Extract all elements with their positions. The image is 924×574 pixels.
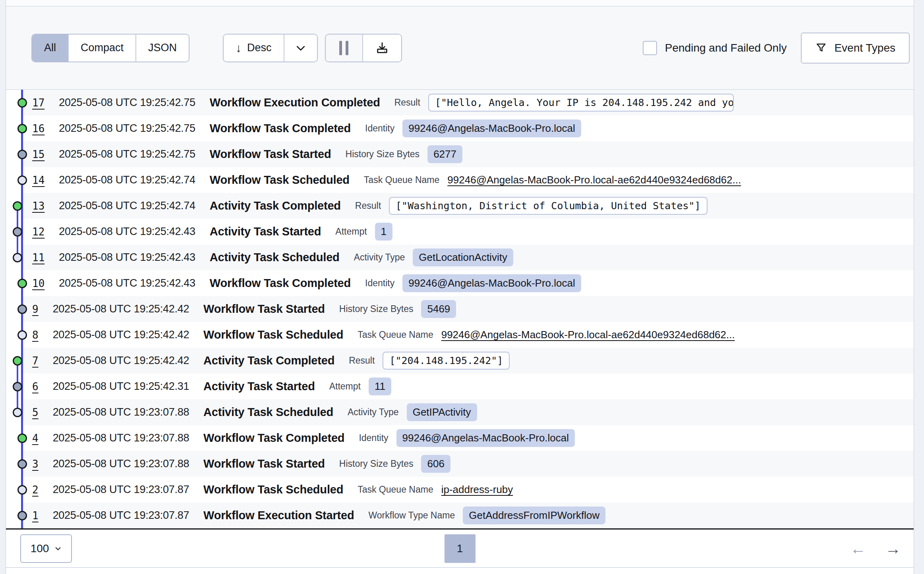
event-attribute: Task Queue Name99246@Angelas-MacBook-Pro… [358,329,735,341]
event-attribute: History Size Bytes6277 [346,145,462,163]
event-attribute-label: Result [394,97,420,108]
event-id-link[interactable]: 11 [32,252,44,264]
event-type-title: Workflow Task Started [203,457,325,470]
event-status-dot-gray [17,511,27,520]
view-mode-json[interactable]: JSON [136,35,189,62]
event-id-link[interactable]: 10 [32,277,44,289]
page-size-select[interactable]: 100 [20,534,72,563]
event-status-dot-gray [17,304,27,314]
task-queue-link[interactable]: ip-address-ruby [441,483,513,496]
event-id-link[interactable]: 13 [32,200,44,212]
event-id-link[interactable]: 5 [32,406,39,418]
event-timestamp: 2025-05-08 UTC 19:25:42.43 [59,251,195,264]
toolbar-right-cluster: Pending and Failed Only Event Types [643,33,911,64]
event-attribute-label: Result [349,355,375,366]
event-result-codebox: ["Washington, District of Columbia, Unit… [389,197,707,215]
view-mode-compact[interactable]: Compact [69,35,136,62]
event-type-title: Activity Task Scheduled [210,251,340,264]
event-attribute: Result["Washington, District of Columbia… [355,197,707,215]
event-row: 52025-05-08 UTC 19:23:07.88Activity Task… [6,399,914,425]
event-timestamp: 2025-05-08 UTC 19:23:07.88 [53,406,189,418]
event-row: 82025-05-08 UTC 19:25:42.42Workflow Task… [6,322,914,348]
download-history-button[interactable] [363,35,401,62]
event-row-content: 82025-05-08 UTC 19:25:42.42Workflow Task… [32,328,735,341]
event-timestamp: 2025-05-08 UTC 19:25:42.75 [59,96,195,109]
event-status-dot-light [13,253,22,262]
event-attribute: Activity TypeGetIPActivity [348,403,477,421]
event-type-title: Workflow Execution Started [203,509,354,522]
event-type-title: Activity Task Started [203,380,315,393]
event-types-filter-button[interactable]: Event Types [801,33,910,64]
event-timestamp: 2025-05-08 UTC 19:25:42.42 [53,354,189,367]
event-attribute: History Size Bytes606 [339,455,450,473]
event-row-content: 132025-05-08 UTC 19:25:42.74Activity Tas… [32,197,707,215]
event-row-content: 42025-05-08 UTC 19:23:07.88Workflow Task… [32,429,575,447]
event-row: 132025-05-08 UTC 19:25:42.74Activity Tas… [6,193,914,219]
event-row: 142025-05-08 UTC 19:25:42.74Workflow Tas… [6,167,914,193]
pending-failed-label: Pending and Failed Only [665,42,787,54]
event-attribute-label: Identity [365,278,394,289]
download-icon [375,41,389,55]
event-row: 62025-05-08 UTC 19:25:42.31Activity Task… [6,374,914,399]
event-row-content: 22025-05-08 UTC 19:23:07.87Workflow Task… [32,483,513,496]
event-id-link[interactable]: 16 [32,123,44,135]
event-id-link[interactable]: 2 [32,484,39,496]
task-queue-link[interactable]: 99246@Angelas-MacBook-Pro.local-ae62d440… [441,329,735,341]
event-id-link[interactable]: 3 [32,458,39,470]
event-row: 72025-05-08 UTC 19:25:42.42Activity Task… [6,348,914,374]
sort-order-dropdown-button[interactable] [284,35,317,62]
event-id-link[interactable]: 17 [32,97,44,109]
event-id-link[interactable]: 15 [32,148,44,160]
event-row: 32025-05-08 UTC 19:23:07.88Workflow Task… [6,451,914,477]
event-id-link[interactable]: 8 [32,329,39,341]
current-page-indicator[interactable]: 1 [445,534,476,563]
event-timestamp: 2025-05-08 UTC 19:23:07.87 [53,483,189,496]
chevron-down-icon [295,42,307,54]
event-attribute: Attempt1 [335,223,392,241]
event-row: 22025-05-08 UTC 19:23:07.87Workflow Task… [6,477,914,503]
event-attribute-badge: GetLocationActivity [413,248,513,266]
pagination-footer: 100 1 ← → [6,530,914,568]
event-timestamp: 2025-05-08 UTC 19:25:42.31 [53,380,189,393]
next-page-arrow-icon[interactable]: → [885,541,901,557]
event-row: 12025-05-08 UTC 19:23:07.87Workflow Exec… [6,503,914,528]
event-attribute-badge: 99246@Angelas-MacBook-Pro.local [396,429,575,447]
event-attribute-label: Identity [365,123,394,134]
event-id-link[interactable]: 7 [32,355,39,367]
event-row-content: 12025-05-08 UTC 19:23:07.87Workflow Exec… [32,507,605,524]
event-id-link[interactable]: 1 [32,510,39,522]
event-timestamp: 2025-05-08 UTC 19:25:42.74 [59,200,195,212]
sort-order-button[interactable]: ↓ Desc [224,35,284,62]
event-type-title: Workflow Task Started [210,148,331,161]
event-type-title: Workflow Task Scheduled [203,483,343,496]
event-id-link[interactable]: 6 [32,381,39,393]
event-id-link[interactable]: 9 [32,303,39,315]
pending-failed-checkbox[interactable] [643,41,657,55]
event-type-title: Workflow Task Completed [210,277,351,290]
event-attribute: Activity TypeGetLocationActivity [354,248,513,266]
event-timestamp: 2025-05-08 UTC 19:25:42.43 [59,225,195,238]
event-attribute-badge: 6277 [427,145,462,163]
task-queue-link[interactable]: 99246@Angelas-MacBook-Pro.local-ae62d440… [447,174,741,186]
event-row: 172025-05-08 UTC 19:25:42.75Workflow Exe… [6,90,914,116]
sort-order-label: Desc [247,42,272,54]
event-type-title: Workflow Task Started [203,302,325,316]
event-id-link[interactable]: 12 [32,226,44,238]
event-attribute: Task Queue Nameip-address-ruby [358,483,513,496]
event-attribute: Result["204.148.195.242"] [349,352,510,370]
event-attribute-badge: 606 [421,455,450,473]
event-id-link[interactable]: 14 [32,174,44,186]
event-status-dot-gray [13,382,22,391]
event-status-dot-green [17,124,27,133]
event-attribute: Result["Hello, Angela. Your IP is 204.14… [394,94,734,112]
previous-page-arrow-icon[interactable]: ← [850,541,866,557]
view-mode-all[interactable]: All [32,35,69,62]
event-id-link[interactable]: 4 [32,432,39,444]
event-attribute-label: Activity Type [348,407,399,418]
pause-autorefresh-button[interactable] [326,35,363,62]
event-status-dot-green [13,201,22,211]
event-row-content: 152025-05-08 UTC 19:25:42.75Workflow Tas… [32,145,462,163]
event-attribute-label: Attempt [335,226,367,237]
event-row: 42025-05-08 UTC 19:23:07.88Workflow Task… [6,425,914,451]
event-row: 102025-05-08 UTC 19:25:42.43Workflow Tas… [6,270,914,296]
